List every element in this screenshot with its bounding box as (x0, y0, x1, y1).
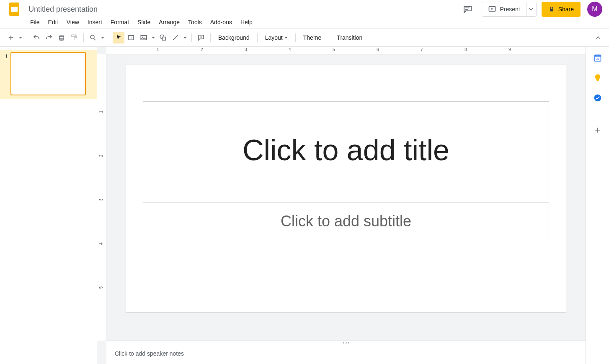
tasks-icon (594, 94, 602, 102)
cursor-icon (115, 34, 122, 41)
calendar-icon: 31 (594, 54, 602, 62)
svg-rect-5 (550, 9, 553, 11)
image-tool[interactable] (138, 32, 150, 44)
keep-icon (594, 74, 602, 82)
ruler-mark: 1 (99, 110, 103, 113)
new-slide-button[interactable] (5, 32, 17, 44)
shape-icon (159, 34, 167, 41)
menu-edit[interactable]: Edit (48, 19, 58, 26)
slide-canvas[interactable]: Click to add title Click to add subtitle (126, 64, 566, 312)
theme-button[interactable]: Theme (299, 32, 326, 44)
separator (27, 33, 27, 42)
background-button[interactable]: Background (214, 32, 254, 44)
menu-file[interactable]: File (30, 19, 40, 26)
line-icon (172, 34, 179, 41)
menu-slide[interactable]: Slide (137, 19, 150, 26)
textbox-tool[interactable]: T (125, 32, 137, 44)
new-slide-dropdown[interactable] (18, 37, 23, 38)
slides-logo-icon[interactable] (7, 2, 22, 17)
svg-rect-9 (72, 35, 75, 37)
present-dropdown[interactable] (526, 2, 536, 16)
svg-rect-17 (163, 37, 166, 40)
textbox-icon: T (127, 34, 135, 41)
svg-rect-22 (596, 80, 599, 81)
redo-button[interactable] (43, 32, 55, 44)
hide-menus-button[interactable] (592, 32, 604, 44)
menu-format[interactable]: Format (111, 19, 129, 26)
menu-insert[interactable]: Insert (88, 19, 102, 26)
separator (593, 114, 603, 114)
editor: 1 2 3 4 5 6 7 8 9 1 2 3 4 5 (97, 47, 586, 364)
ruler-mark: 2 (99, 154, 103, 157)
menu-view[interactable]: View (67, 19, 79, 26)
svg-text:31: 31 (596, 57, 599, 61)
ruler-mark: 4 (289, 47, 291, 52)
select-tool[interactable] (113, 32, 124, 44)
slide-number: 1 (5, 54, 8, 59)
comment-tool[interactable] (195, 32, 207, 44)
zoom-icon (89, 34, 97, 41)
zoom-dropdown[interactable] (100, 37, 106, 38)
zoom-button[interactable] (87, 32, 99, 44)
image-dropdown[interactable] (150, 37, 156, 38)
present-icon (488, 5, 496, 13)
header: Untitled presentation Present Share M (0, 0, 609, 17)
separator (257, 33, 258, 42)
ruler-mark: 3 (245, 47, 247, 52)
caret-down-icon (529, 7, 533, 11)
layout-button[interactable]: Layout (261, 32, 292, 44)
keep-addon[interactable] (594, 74, 602, 82)
ruler-mark: 6 (377, 47, 379, 52)
share-button[interactable]: Share (542, 2, 581, 17)
filmstrip[interactable]: 1 (0, 47, 97, 364)
canvas-area[interactable]: Click to add title Click to add subtitle (106, 54, 586, 341)
get-addons-button[interactable] (594, 126, 602, 134)
vertical-ruler[interactable]: 1 2 3 4 5 (97, 54, 106, 341)
title-textbox[interactable]: Click to add title (143, 101, 549, 199)
redo-icon (45, 34, 53, 41)
undo-button[interactable] (31, 32, 42, 44)
notes-resize-handle[interactable] (106, 341, 586, 345)
present-button[interactable]: Present (482, 2, 526, 16)
present-label: Present (500, 6, 520, 13)
svg-line-18 (173, 35, 178, 40)
svg-rect-7 (60, 35, 63, 37)
separator (210, 33, 211, 42)
speaker-notes[interactable]: Click to add speaker notes (106, 345, 586, 364)
ruler-mark: 4 (99, 242, 103, 245)
lock-icon (548, 6, 555, 13)
paint-format-button[interactable] (68, 32, 80, 44)
add-comment-icon (197, 34, 205, 41)
document-title[interactable]: Untitled presentation (28, 5, 98, 14)
separator (191, 33, 192, 42)
plus-icon (7, 34, 15, 41)
ruler-mark: 2 (201, 47, 203, 52)
svg-line-11 (94, 38, 95, 40)
subtitle-textbox[interactable]: Click to add subtitle (143, 203, 549, 240)
print-button[interactable] (56, 32, 67, 44)
side-panel: 31 (586, 47, 609, 364)
transition-button[interactable]: Transition (333, 32, 366, 44)
shape-tool[interactable] (157, 32, 169, 44)
horizontal-ruler[interactable]: 1 2 3 4 5 6 7 8 9 (106, 47, 586, 54)
account-avatar[interactable]: M (587, 2, 602, 17)
toolbar: T Background Layout Theme Transition (0, 28, 609, 47)
menu-tools[interactable]: Tools (188, 19, 202, 26)
menu-addons[interactable]: Add-ons (210, 19, 232, 26)
ruler-mark: 5 (99, 286, 103, 289)
undo-icon (33, 34, 40, 41)
line-tool[interactable] (170, 32, 181, 44)
separator (83, 33, 84, 42)
tasks-addon[interactable] (594, 94, 602, 102)
line-dropdown[interactable] (182, 37, 188, 38)
calendar-addon[interactable]: 31 (594, 54, 602, 62)
comments-button[interactable] (460, 2, 475, 17)
plus-icon (594, 126, 602, 134)
svg-rect-20 (594, 55, 601, 56)
share-label: Share (558, 6, 574, 13)
menubar: File Edit View Insert Format Slide Arran… (0, 17, 609, 28)
menu-arrange[interactable]: Arrange (159, 19, 180, 26)
menu-help[interactable]: Help (240, 19, 253, 26)
slide-thumbnail[interactable]: 1 (0, 50, 97, 99)
present-button-group: Present (482, 2, 536, 17)
